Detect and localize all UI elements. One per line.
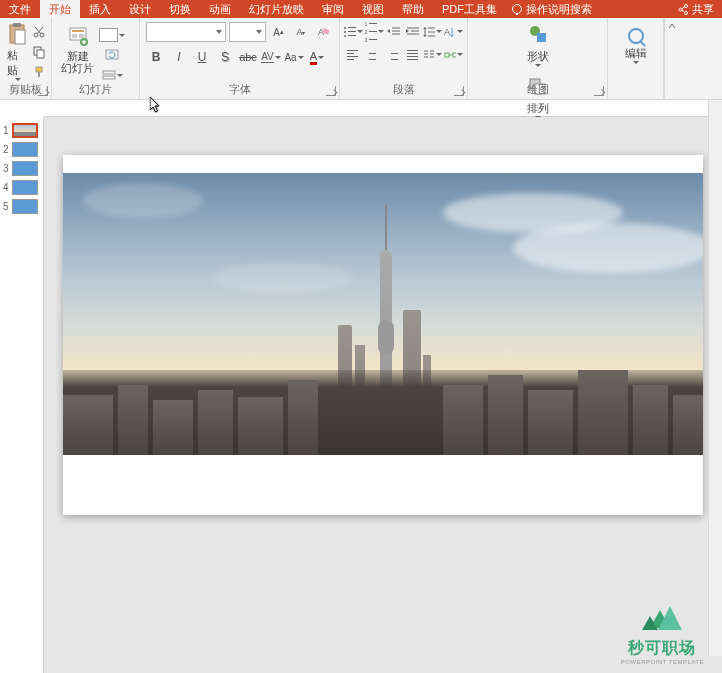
tab-transitions[interactable]: 切换 (160, 0, 200, 18)
svg-marker-31 (387, 29, 390, 33)
columns-button[interactable] (423, 45, 442, 64)
watermark-subtext: POWERPOINT TEMPLATE (621, 659, 704, 665)
thumb-number: 3 (3, 163, 9, 174)
arrange-label: 排列 (527, 101, 549, 116)
drawing-launcher[interactable] (594, 86, 604, 96)
paste-button[interactable]: 粘贴 (4, 20, 30, 83)
thumbnail-slide-2[interactable]: 2 (0, 140, 43, 159)
find-button[interactable]: 编辑 (612, 22, 659, 66)
paste-label: 粘贴 (7, 48, 27, 78)
align-left-button[interactable] (344, 45, 362, 64)
tab-review[interactable]: 审阅 (313, 0, 353, 18)
underline-button[interactable]: U (192, 47, 212, 67)
svg-line-3 (682, 6, 686, 9)
svg-rect-6 (13, 23, 21, 27)
tab-animations[interactable]: 动画 (200, 0, 240, 18)
cut-button[interactable] (30, 23, 48, 41)
tab-home[interactable]: 开始 (40, 0, 80, 18)
font-size-combo[interactable] (229, 22, 266, 42)
align-right-button[interactable] (384, 45, 402, 64)
collapse-ribbon-button[interactable] (664, 18, 678, 99)
tab-design[interactable]: 设计 (120, 0, 160, 18)
thumb-number: 5 (3, 201, 9, 212)
watermark-text: 秒可职场 (628, 638, 696, 659)
chevron-down-icon (633, 61, 639, 64)
workspace: 1 2 3 4 5 (0, 117, 722, 673)
decrease-indent-button[interactable] (386, 22, 403, 41)
svg-rect-13 (37, 50, 44, 58)
tab-pdf[interactable]: PDF工具集 (433, 0, 506, 18)
tell-me-search[interactable]: 操作说明搜索 (506, 2, 598, 17)
svg-rect-24 (103, 71, 115, 74)
slide-canvas[interactable] (44, 117, 722, 673)
outdent-icon (387, 26, 401, 38)
svg-rect-15 (38, 72, 40, 77)
shapes-label: 形状 (527, 49, 549, 64)
new-slide-label: 新建 幻灯片 (61, 50, 94, 74)
bullets-icon (344, 27, 356, 37)
strikethrough-button[interactable]: abc (238, 47, 258, 67)
increase-font-button[interactable]: A▴ (269, 22, 288, 42)
svg-rect-52 (453, 53, 456, 57)
justify-icon (407, 50, 418, 60)
thumbnail-slide-5[interactable]: 5 (0, 197, 43, 216)
svg-rect-51 (445, 53, 449, 57)
thumbnail-slide-4[interactable]: 4 (0, 178, 43, 197)
svg-rect-14 (36, 67, 42, 72)
shapes-button[interactable]: 形状 (472, 21, 603, 69)
share-button[interactable]: 共享 (670, 2, 722, 17)
svg-rect-7 (15, 30, 25, 44)
tab-help[interactable]: 帮助 (393, 0, 433, 18)
bullets-button[interactable] (344, 22, 363, 41)
horizontal-ruler[interactable] (44, 100, 722, 117)
slide[interactable] (63, 155, 703, 515)
justify-button[interactable] (403, 45, 421, 64)
format-painter-button[interactable] (30, 63, 48, 81)
tab-view[interactable]: 视图 (353, 0, 393, 18)
decrease-font-button[interactable]: A▾ (291, 22, 310, 42)
align-center-button[interactable] (364, 45, 382, 64)
layout-icon (99, 28, 118, 42)
copy-button[interactable] (30, 43, 48, 61)
tab-slideshow[interactable]: 幻灯片放映 (240, 0, 313, 18)
group-paragraph: 123 A 段落 (340, 18, 468, 99)
group-drawing: 形状 排列 Abc 快速样式 绘图 (468, 18, 608, 99)
chevron-down-icon (15, 78, 21, 81)
line-spacing-button[interactable] (423, 22, 442, 41)
columns-icon (423, 49, 435, 61)
change-case-button[interactable]: Aa (284, 47, 304, 67)
layout-button[interactable] (99, 26, 125, 44)
chevron-down-icon (436, 53, 442, 56)
bold-button[interactable]: B (146, 47, 166, 67)
tab-file[interactable]: 文件 (0, 0, 40, 18)
italic-button[interactable]: I (169, 47, 189, 67)
drawing-group-label: 绘图 (468, 82, 607, 97)
slide-image[interactable] (63, 173, 703, 455)
shapes-icon (528, 23, 548, 47)
tab-insert[interactable]: 插入 (80, 0, 120, 18)
search-icon (628, 28, 644, 44)
vertical-scrollbar[interactable] (708, 100, 722, 656)
paragraph-launcher[interactable] (454, 86, 464, 96)
numbering-button[interactable]: 123 (365, 22, 384, 41)
thumbnail-slide-3[interactable]: 3 (0, 159, 43, 178)
chevron-down-icon (298, 56, 304, 59)
clear-format-button[interactable]: A (314, 22, 333, 42)
font-color-button[interactable]: A (307, 47, 327, 67)
clipboard-launcher[interactable] (38, 86, 48, 96)
text-direction-button[interactable]: A (444, 22, 463, 41)
thumbnail-slide-1[interactable]: 1 (0, 121, 43, 140)
increase-indent-button[interactable] (405, 22, 422, 41)
font-launcher[interactable] (326, 86, 336, 96)
arrange-button[interactable]: 排列 (472, 73, 603, 121)
font-group-label: 字体 (140, 82, 339, 97)
font-name-combo[interactable] (146, 22, 226, 42)
reset-button[interactable] (99, 46, 125, 64)
new-slide-button[interactable]: 新建 幻灯片 (58, 22, 97, 84)
svg-marker-40 (423, 27, 427, 29)
shadow-button[interactable]: S (215, 47, 235, 67)
chevron-down-icon (436, 30, 442, 33)
smartart-button[interactable] (444, 45, 463, 64)
char-spacing-button[interactable]: AV (261, 47, 281, 67)
slide-thumbnails-pane[interactable]: 1 2 3 4 5 (0, 117, 44, 673)
